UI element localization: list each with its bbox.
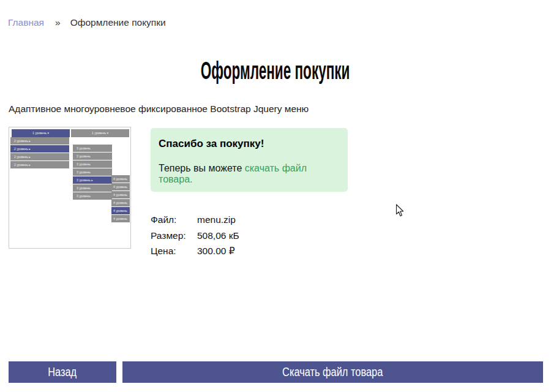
purchase-success-box: Спасибо за покупку! Теперь вы можете ска… (151, 128, 348, 192)
file-info-label: Файл: (151, 212, 197, 228)
menu-preview-item: 4 уровень (111, 183, 130, 190)
product-thumbnail: 1 уровень ▾ 1 уровень ▾ 2 уровень ▸2 уро… (9, 127, 131, 249)
menu-preview-header-1: 1 уровень ▾ (12, 129, 70, 137)
breadcrumb-separator: » (55, 17, 61, 28)
file-info-value: menu.zip (197, 212, 236, 228)
breadcrumb: Главная » Оформление покупки (8, 17, 166, 28)
menu-preview-item: 3 уровень (73, 184, 112, 192)
page-title-text: Оформление покупки (201, 56, 350, 85)
menu-preview-item: 3 уровень (73, 192, 112, 200)
file-info-label: Цена: (151, 243, 197, 259)
menu-preview-item: 2 уровень ▸ (10, 145, 69, 153)
menu-preview-level3-column: 3 уровень3 уровень3 уровень3 уровень3 ур… (73, 145, 112, 200)
mouse-cursor (395, 204, 405, 218)
file-info-row: Файл: menu.zip (151, 212, 239, 228)
file-info-value: 508,06 кБ (197, 228, 239, 244)
back-button-label: Назад (48, 365, 77, 379)
menu-preview-item: 3 уровень ▸ (73, 176, 112, 184)
menu-preview-item: 3 уровень (73, 168, 112, 176)
file-info-label: Размер: (151, 228, 197, 244)
menu-preview-item: 4 уровень (111, 215, 130, 222)
breadcrumb-current: Оформление покупки (70, 17, 166, 28)
download-button-label: Скачать файл товара (282, 365, 383, 379)
menu-preview-level2-column: 2 уровень ▸2 уровень ▸2 уровень ▸2 урове… (10, 137, 69, 169)
file-info-row: Цена: 300.00 ₽ (151, 243, 239, 259)
file-info-row: Размер: 508,06 кБ (151, 228, 239, 244)
menu-preview-item: 3 уровень (73, 160, 112, 168)
menu-preview-item: 4 уровень (111, 207, 130, 214)
checkout-page: Главная » Оформление покупки Оформление … (0, 0, 551, 392)
menu-preview-level4-column: 4 уровень4 уровень4 уровень4 уровень4 ур… (111, 175, 130, 223)
menu-preview-item: 4 уровень (111, 199, 130, 206)
success-heading: Спасибо за покупку! (159, 138, 340, 150)
breadcrumb-home-link[interactable]: Главная (8, 17, 44, 28)
file-info-value: 300.00 ₽ (197, 243, 235, 259)
menu-preview-item: 3 уровень (73, 145, 112, 152)
menu-preview-item: 2 уровень ▸ (10, 153, 69, 160)
menu-preview-item: 3 уровень (73, 153, 112, 160)
page-title: Оформление покупки (0, 56, 551, 85)
file-info: Файл: menu.zip Размер: 508,06 кБ Цена: 3… (151, 212, 239, 259)
success-message: Теперь вы можете скачать файл товара. (159, 163, 340, 185)
menu-preview-header-2: 1 уровень ▾ (71, 129, 129, 137)
download-button[interactable]: Скачать файл товара (122, 361, 543, 383)
menu-preview-item: 4 уровень (111, 191, 130, 198)
menu-preview-item: 4 уровень (111, 175, 130, 183)
menu-preview-item: 2 уровень ▸ (10, 161, 69, 168)
product-name: Адаптивное многоуровневое фиксированное … (9, 104, 309, 115)
menu-preview-item: 2 уровень ▸ (10, 137, 69, 145)
back-button[interactable]: Назад (9, 361, 116, 383)
success-message-prefix: Теперь вы можете (159, 163, 245, 173)
